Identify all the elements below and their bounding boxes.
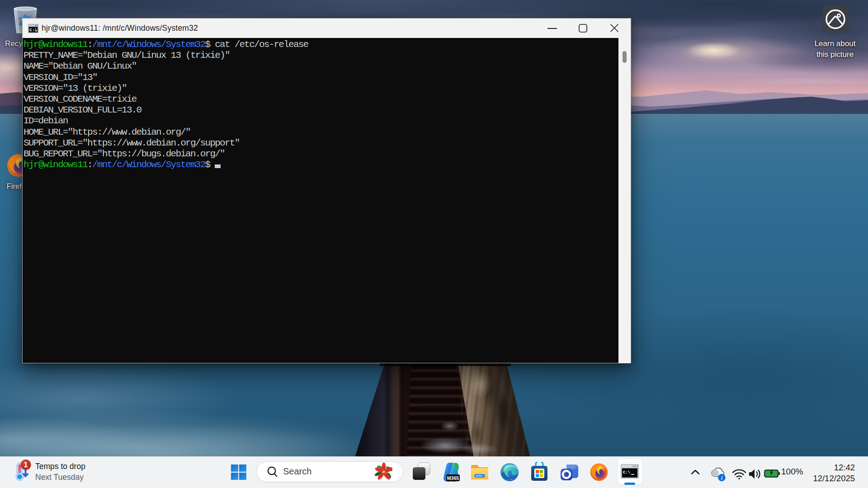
svg-text:C:\: C:\: [29, 28, 37, 33]
svg-text:C:\: C:\: [623, 470, 631, 475]
svg-text:M365: M365: [447, 475, 459, 481]
